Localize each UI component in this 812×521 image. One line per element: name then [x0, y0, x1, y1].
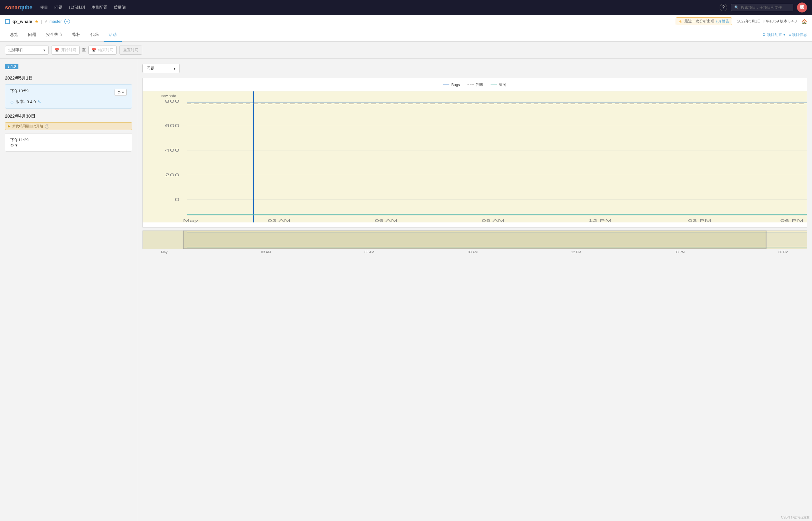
warning-text: 最近一次分析出现 — [684, 19, 714, 24]
calendar-icon: 📅 — [54, 48, 59, 52]
gear-icon: ⚙ — [117, 90, 121, 94]
mini-chart[interactable]: May 03 AM 06 AM 09 AM 12 PM 03 PM 06 PM — [142, 230, 807, 249]
help-question-icon[interactable]: ? — [45, 124, 49, 129]
bugs-line-color — [443, 85, 449, 85]
analysis-gear-button-1[interactable]: ⚙ ▾ — [115, 89, 127, 96]
svg-text:03 AM: 03 AM — [268, 219, 291, 222]
filter-bar: 过滤事件... ▾ 📅 开始时间 至 📅 结束时间 重置时间 — [0, 42, 812, 59]
svg-text:06 AM: 06 AM — [375, 219, 398, 222]
mini-chart-svg: May 03 AM 06 AM 09 AM 12 PM 03 PM 06 PM — [143, 230, 807, 249]
branch-icon: ⑂ — [45, 19, 47, 24]
svg-text:06 PM: 06 PM — [780, 219, 804, 222]
tab-activity[interactable]: 活动 — [104, 28, 122, 42]
new-code-label: 新代码周期由此开始 — [12, 124, 43, 129]
version-badge: 3.4.0 — [5, 64, 18, 69]
tab-issues[interactable]: 问题 — [23, 28, 41, 42]
search-box[interactable]: 🔍 — [731, 4, 793, 11]
svg-text:400: 400 — [165, 148, 179, 153]
analysis-time-1: 下午10:59 — [10, 88, 29, 94]
new-code-period-bar: ▶ 新代码周期由此开始 ? — [5, 122, 132, 130]
calendar-icon: 📅 — [92, 48, 96, 52]
edit-icon[interactable]: ✎ — [38, 99, 41, 104]
add-branch-button[interactable]: + — [64, 19, 70, 24]
chart-body: new code 800 600 400 — [143, 91, 807, 222]
start-date-input[interactable]: 📅 开始时间 — [51, 46, 80, 54]
search-input[interactable] — [741, 5, 790, 10]
sub-navigation: 总览 问题 安全热点 指标 代码 活动 ⚙ 项目配置 ▾ ≡ 项目信息 — [0, 28, 812, 42]
warning-icon: ⚠ — [678, 19, 682, 24]
top-navigation: sonarqube 项目 问题 代码规则 质量配置 质量阈 ? 🔍 颜 — [0, 0, 812, 15]
attribution: CSDN @蓝马拉雅蓝 — [781, 515, 810, 520]
chart-legend: Bugs 异味 漏洞 — [143, 78, 807, 91]
svg-text:200: 200 — [165, 173, 179, 177]
reset-time-button[interactable]: 重置时间 — [119, 46, 142, 54]
analysis-meta: 2022年5月1日 下午10:59 版本 3.4.0 — [737, 19, 797, 24]
end-date-input[interactable]: 📅 结束时间 — [88, 46, 117, 54]
chevron-down-icon: ▾ — [783, 32, 785, 37]
help-icon[interactable]: ? — [720, 4, 727, 11]
dropdown-icon: ▾ — [122, 90, 124, 94]
svg-text:09 AM: 09 AM — [481, 219, 504, 222]
project-config-link[interactable]: ⚙ 项目配置 ▾ — [762, 32, 785, 38]
date-header-2: 2022年4月30日 — [5, 114, 132, 119]
sub-nav-right: ⚙ 项目配置 ▾ ≡ 项目信息 — [762, 32, 807, 38]
divider: | — [41, 19, 42, 24]
avatar[interactable]: 颜 — [797, 2, 807, 13]
svg-text:12 PM: 12 PM — [588, 219, 612, 222]
vuln-line-color — [491, 85, 497, 85]
mini-chart-x-labels: May 03 AM 06 AM 09 AM 12 PM 03 PM 06 PM — [142, 249, 807, 254]
gear-icon: ⚙ — [10, 143, 14, 148]
tab-security[interactable]: 安全热点 — [41, 28, 67, 42]
branch-name[interactable]: master — [49, 19, 62, 24]
chart-svg: 800 600 400 200 0 — [143, 91, 807, 222]
chevron-down-icon: ▾ — [43, 48, 45, 52]
svg-text:800: 800 — [165, 99, 179, 103]
svg-rect-0 — [143, 91, 807, 222]
sub-nav-tabs: 总览 问题 安全热点 指标 代码 活动 — [5, 28, 122, 41]
warning-link[interactable]: (0) 警告 — [716, 19, 729, 24]
metric-select[interactable]: 问题 ▾ — [142, 64, 180, 73]
svg-text:600: 600 — [165, 123, 179, 128]
project-bar: qx_whale ★ | ⑂ master + ⚠ 最近一次分析出现 (0) 警… — [0, 15, 812, 28]
legend-bugs: Bugs — [443, 83, 460, 87]
svg-rect-22 — [183, 230, 766, 249]
project-info-link[interactable]: ≡ 项目信息 — [789, 32, 807, 38]
project-bar-right: ⚠ 最近一次分析出现 (0) 警告 2022年5月1日 下午10:59 版本 3… — [676, 18, 807, 25]
settings-icon: ⚙ — [762, 32, 766, 37]
svg-text:May: May — [183, 219, 199, 222]
analysis-card-2: 下午11:29 ⚙ ▾ — [5, 133, 132, 152]
nav-rules[interactable]: 代码规则 — [69, 5, 85, 10]
nav-issues[interactable]: 问题 — [54, 5, 62, 10]
tab-overview[interactable]: 总览 — [5, 28, 23, 42]
legend-smells: 异味 — [468, 82, 483, 87]
event-filter-select[interactable]: 过滤事件... ▾ — [5, 46, 49, 54]
date-header-1: 2022年5月1日 — [5, 75, 132, 81]
left-panel: 3.4.0 2022年5月1日 下午10:59 ⚙ ▾ ◇ 版本: 3.4.0 … — [0, 59, 137, 521]
analysis-card-1: 下午10:59 ⚙ ▾ ◇ 版本: 3.4.0 ✎ — [5, 84, 132, 109]
tab-metrics[interactable]: 指标 — [67, 28, 86, 42]
favorite-star[interactable]: ★ — [35, 19, 39, 24]
main-content: 3.4.0 2022年5月1日 下午10:59 ⚙ ▾ ◇ 版本: 3.4.0 … — [0, 59, 812, 521]
main-chart: Bugs 异味 漏洞 new code — [142, 78, 807, 228]
project-name[interactable]: qx_whale — [13, 19, 32, 24]
nav-projects[interactable]: 项目 — [40, 5, 48, 10]
dropdown-icon: ▾ — [15, 143, 18, 148]
analysis-time-2: 下午11:29 — [10, 137, 127, 143]
search-icon: 🔍 — [734, 5, 739, 10]
new-code-chart-label: new code — [161, 94, 176, 98]
warning-badge: ⚠ 最近一次分析出现 (0) 警告 — [676, 18, 732, 25]
triangle-icon: ▶ — [8, 124, 10, 128]
analysis-gear-button-2[interactable]: ⚙ ▾ — [10, 143, 127, 148]
right-panel: 问题 ▾ Bugs 异味 漏洞 — [137, 59, 812, 521]
home-icon[interactable]: 🏠 — [802, 19, 807, 24]
top-nav-links: 项目 问题 代码规则 质量配置 质量阈 — [40, 5, 712, 10]
chart-header: 问题 ▾ — [142, 64, 807, 73]
nav-quality-profiles[interactable]: 质量配置 — [91, 5, 107, 10]
tab-code[interactable]: 代码 — [86, 28, 104, 42]
svg-text:03 PM: 03 PM — [688, 219, 712, 222]
date-separator: 至 — [82, 47, 86, 53]
metric-label: 问题 — [146, 66, 155, 71]
version-info-1: ◇ 版本: 3.4.0 ✎ — [10, 99, 127, 105]
project-icon — [5, 19, 10, 24]
nav-quality-gates[interactable]: 质量阈 — [114, 5, 126, 10]
